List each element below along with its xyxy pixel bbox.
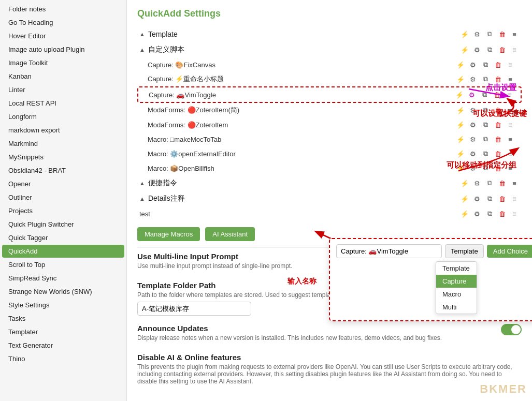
sidebar-item-mysnippets[interactable]: MySnippets <box>2 151 124 164</box>
sidebar-item-quick-plugin-switcher[interactable]: Quick Plugin Switcher <box>2 218 124 231</box>
template-copy-icon[interactable]: ⧉ <box>484 29 495 39</box>
sidebar-item-strange-new-worlds[interactable]: Strange New Worlds (SNW) <box>2 285 124 298</box>
oe-trash-icon[interactable]: 🗑 <box>493 148 503 159</box>
shortcut-group-header[interactable]: ▲ 便捷指令 ⚡ ⚙ ⧉ 🗑 ≡ <box>137 175 522 191</box>
zs-gear-icon[interactable]: ⚙ <box>468 105 478 115</box>
test-trash-icon[interactable]: 🗑 <box>497 209 507 219</box>
test-gear-icon[interactable]: ⚙ <box>472 209 482 219</box>
vimtoggle-bolt-icon[interactable]: ⚡ <box>454 90 465 100</box>
zs-copy-icon[interactable]: ⧉ <box>480 105 491 115</box>
det-trash-icon[interactable]: 🗑 <box>497 194 507 204</box>
vimtoggle-gear-icon[interactable]: ⚙ <box>467 90 477 100</box>
sidebar-item-quickadd[interactable]: QuickAdd <box>2 245 124 258</box>
details-group-header[interactable]: ▲ Details注释 ⚡ ⚙ ⧉ 🗑 ≡ <box>137 191 522 206</box>
dropdown-multi[interactable]: Multi <box>436 301 477 314</box>
vimtoggle-copy-icon[interactable]: ⧉ <box>479 90 490 100</box>
ob-copy-icon[interactable]: ⧉ <box>480 163 491 173</box>
sidebar-item-kanban[interactable]: Kanban <box>2 70 124 83</box>
zs-bolt-icon[interactable]: ⚡ <box>455 105 466 115</box>
fixcanvas-bolt-icon[interactable]: ⚡ <box>455 60 466 70</box>
cs-bolt-icon[interactable]: ⚡ <box>459 44 470 55</box>
mm-trash-icon[interactable]: 🗑 <box>493 134 503 144</box>
add-choice-input[interactable] <box>336 244 442 258</box>
z-copy-icon[interactable]: ⧉ <box>480 120 491 130</box>
sidebar-item-hover-editor[interactable]: Hover Editor <box>2 29 124 42</box>
rename-gear-icon[interactable]: ⚙ <box>468 74 478 84</box>
mm-copy-icon[interactable]: ⧉ <box>480 134 491 144</box>
sidebar-item-tasks[interactable]: Tasks <box>2 312 124 325</box>
template-bolt-icon[interactable]: ⚡ <box>459 29 470 39</box>
sc-gear-icon[interactable]: ⚙ <box>472 178 482 188</box>
fixcanvas-menu-icon[interactable]: ≡ <box>505 60 515 70</box>
fixcanvas-trash-icon[interactable]: 🗑 <box>493 60 503 70</box>
sidebar-item-longform[interactable]: Longform <box>2 110 124 123</box>
sidebar-item-linter[interactable]: Linter <box>2 83 124 96</box>
oe-menu-icon[interactable]: ≡ <box>505 148 515 159</box>
det-gear-icon[interactable]: ⚙ <box>472 194 482 204</box>
cs-menu-icon[interactable]: ≡ <box>509 44 520 55</box>
cs-copy-icon[interactable]: ⧉ <box>484 44 495 55</box>
ob-trash-icon[interactable]: 🗑 <box>493 163 503 173</box>
vimtoggle-menu-icon[interactable]: ≡ <box>504 90 514 100</box>
rename-bolt-icon[interactable]: ⚡ <box>455 74 466 84</box>
sidebar-item-go-to-heading[interactable]: Go To Heading <box>2 16 124 29</box>
mm-bolt-icon[interactable]: ⚡ <box>455 134 466 144</box>
sc-trash-icon[interactable]: 🗑 <box>497 178 507 188</box>
sidebar-item-text-generator[interactable]: Text Generator <box>2 339 124 352</box>
mm-gear-icon[interactable]: ⚙ <box>468 134 478 144</box>
test-bolt-icon[interactable]: ⚡ <box>459 209 470 219</box>
add-choice-button[interactable]: Add Choice <box>487 245 532 258</box>
dropdown-template[interactable]: Template <box>436 262 477 275</box>
mm-menu-icon[interactable]: ≡ <box>505 134 515 144</box>
template-group-header[interactable]: ▲ Template ⚡ ⚙ ⧉ 🗑 ≡ <box>137 26 522 42</box>
z-menu-icon[interactable]: ≡ <box>505 120 515 130</box>
sc-bolt-icon[interactable]: ⚡ <box>459 178 470 188</box>
sc-menu-icon[interactable]: ≡ <box>509 178 520 188</box>
template-folder-input[interactable] <box>137 302 251 316</box>
template-gear-icon[interactable]: ⚙ <box>472 29 482 39</box>
sidebar-item-obsidian42-brat[interactable]: Obsidian42 - BRAT <box>2 164 124 177</box>
template-trash-icon[interactable]: 🗑 <box>497 29 507 39</box>
sidebar-item-image-toolkit[interactable]: Image Toolkit <box>2 56 124 69</box>
dropdown-macro[interactable]: Macro <box>436 288 477 301</box>
oe-bolt-icon[interactable]: ⚡ <box>455 148 466 159</box>
det-copy-icon[interactable]: ⧉ <box>484 194 495 204</box>
oe-copy-icon[interactable]: ⧉ <box>480 148 491 159</box>
vimtoggle-trash-icon[interactable]: 🗑 <box>492 90 502 100</box>
ob-menu-icon[interactable]: ≡ <box>505 163 515 173</box>
fixcanvas-copy-icon[interactable]: ⧉ <box>480 60 491 70</box>
sidebar-item-folder-notes[interactable]: Folder notes <box>2 3 124 16</box>
test-copy-icon[interactable]: ⧉ <box>484 209 495 219</box>
ob-bolt-icon[interactable]: ⚡ <box>455 163 466 173</box>
manage-macros-button[interactable]: Manage Macros <box>137 227 200 241</box>
announce-toggle[interactable] <box>501 324 522 335</box>
sc-copy-icon[interactable]: ⧉ <box>484 178 495 188</box>
dropdown-capture[interactable]: Capture <box>436 275 477 288</box>
sidebar-item-opener[interactable]: Opener <box>2 177 124 190</box>
type-button[interactable]: Template <box>445 244 484 258</box>
z-gear-icon[interactable]: ⚙ <box>468 120 478 130</box>
sidebar-item-style-settings[interactable]: Style Settings <box>2 299 124 311</box>
cs-trash-icon[interactable]: 🗑 <box>497 44 507 55</box>
sidebar-item-thino[interactable]: Thino <box>2 352 124 365</box>
sidebar-item-projects[interactable]: Projects <box>2 204 124 217</box>
zs-menu-icon[interactable]: ≡ <box>505 105 515 115</box>
sidebar-item-markdown-export[interactable]: markdown export <box>2 124 124 137</box>
sidebar-item-simpread-sync[interactable]: SimpRead Sync <box>2 272 124 285</box>
det-bolt-icon[interactable]: ⚡ <box>459 194 470 204</box>
test-menu-icon[interactable]: ≡ <box>509 209 520 219</box>
z-trash-icon[interactable]: 🗑 <box>493 120 503 130</box>
cs-gear-icon[interactable]: ⚙ <box>472 44 482 55</box>
zs-trash-icon[interactable]: 🗑 <box>493 105 503 115</box>
rename-copy-icon[interactable]: ⧉ <box>480 74 491 84</box>
sidebar-item-outliner[interactable]: Outliner <box>2 191 124 204</box>
rename-trash-icon[interactable]: 🗑 <box>493 74 503 84</box>
rename-menu-icon[interactable]: ≡ <box>505 74 515 84</box>
sidebar-item-local-rest-api[interactable]: Local REST API <box>2 97 124 110</box>
ob-gear-icon[interactable]: ⚙ <box>468 163 478 173</box>
ai-assistant-button[interactable]: AI Assistant <box>205 227 255 241</box>
custom-script-group-header[interactable]: ▲ 自定义脚本 ⚡ ⚙ ⧉ 🗑 ≡ <box>137 42 522 57</box>
sidebar-item-templater[interactable]: Templater <box>2 325 124 338</box>
det-menu-icon[interactable]: ≡ <box>509 194 520 204</box>
fixcanvas-gear-icon[interactable]: ⚙ <box>468 60 478 70</box>
